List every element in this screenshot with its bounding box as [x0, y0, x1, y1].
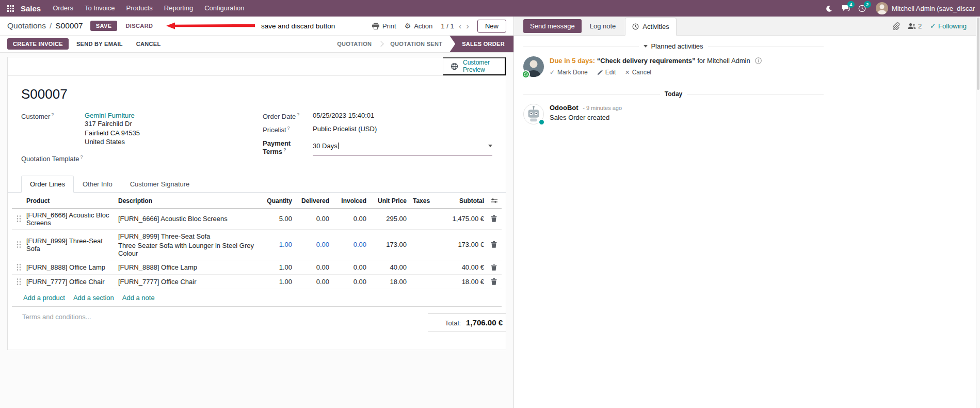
- add-section-link[interactable]: Add a section: [73, 294, 114, 302]
- activity-summary-line: Due in 5 days: “Check delivery requireme…: [550, 56, 762, 66]
- dropdown-caret-icon[interactable]: [488, 145, 492, 147]
- tab-customer-signature[interactable]: Customer Signature: [121, 176, 199, 193]
- cell-description[interactable]: [FURN_7777] Office Chair: [117, 278, 261, 286]
- scrollbar-thumb[interactable]: [977, 18, 979, 90]
- cell-description[interactable]: [FURN_8888] Office Lamp: [117, 263, 261, 271]
- cell-unit-price[interactable]: 173.00: [368, 241, 409, 248]
- send-by-email-button[interactable]: SEND BY EMAIL: [71, 38, 128, 50]
- list-footer-links: Add a product Add a section Add a note: [12, 289, 502, 307]
- cell-delivered[interactable]: 0.00: [294, 278, 331, 286]
- cell-invoiced[interactable]: 0.00: [331, 263, 368, 271]
- cell-description[interactable]: [FURN_6666] Acoustic Bloc Screens: [117, 215, 261, 223]
- odoobot-avatar: [523, 104, 544, 124]
- cell-invoiced[interactable]: 0.00: [331, 278, 368, 286]
- cell-quantity[interactable]: 1.00: [261, 278, 294, 286]
- cell-unit-price[interactable]: 18.00: [368, 278, 409, 286]
- address-line-3: United States: [85, 137, 140, 147]
- activities-clock-icon[interactable]: 2: [854, 0, 871, 17]
- create-invoice-button[interactable]: CREATE INVOICE: [7, 38, 69, 50]
- col-invoiced: Invoiced: [331, 197, 368, 205]
- cell-delivered[interactable]: 0.00: [294, 263, 331, 271]
- save-button[interactable]: SAVE: [90, 21, 118, 31]
- pager-next-icon[interactable]: ›: [466, 22, 469, 30]
- chatter-thread: Planned activities: [514, 36, 824, 124]
- cell-product[interactable]: [FURN_8999] Three-Seat Sofa: [25, 237, 117, 253]
- discard-button[interactable]: DISCARD: [122, 21, 156, 31]
- attachment-button[interactable]: [892, 22, 899, 30]
- drag-handle-icon[interactable]: [12, 278, 25, 286]
- state-quotation-sent[interactable]: QUOTATION SENT: [383, 36, 449, 52]
- delete-row-icon[interactable]: [486, 241, 502, 248]
- customer-link[interactable]: Gemini Furniture: [85, 112, 135, 119]
- drag-handle-icon[interactable]: [12, 215, 25, 223]
- add-product-link[interactable]: Add a product: [23, 294, 65, 302]
- delete-row-icon[interactable]: [486, 278, 502, 285]
- apps-grid-icon[interactable]: [3, 0, 18, 17]
- moon-icon[interactable]: [821, 0, 838, 17]
- pager-value: 1 / 1: [441, 22, 454, 30]
- cell-delivered[interactable]: 0.00: [294, 241, 331, 248]
- pager-previous-icon[interactable]: ‹: [459, 22, 462, 30]
- cell-product[interactable]: [FURN_6666] Acoustic Bloc Screens: [25, 211, 117, 227]
- app-brand-sales[interactable]: Sales: [18, 4, 47, 13]
- cell-unit-price[interactable]: 40.00: [368, 263, 409, 271]
- cancel-button[interactable]: CANCEL: [131, 38, 167, 50]
- col-description: Description: [117, 197, 261, 205]
- new-button[interactable]: New: [477, 20, 506, 33]
- drag-handle-icon[interactable]: [12, 241, 25, 248]
- annotation-arrow: [166, 22, 255, 30]
- cancel-activity-button[interactable]: × Cancel: [625, 69, 651, 76]
- tab-order-lines[interactable]: Order Lines: [21, 176, 74, 193]
- followers-button[interactable]: 2: [908, 22, 922, 30]
- send-message-button[interactable]: Send message: [523, 19, 582, 33]
- activities-tab[interactable]: Activities: [625, 18, 676, 36]
- cell-delivered[interactable]: 0.00: [294, 215, 331, 223]
- user-menu[interactable]: Mitchell Admin (save_discar: [876, 2, 975, 14]
- help-marker: ?: [81, 154, 83, 160]
- activities-badge: 2: [864, 1, 871, 8]
- delete-row-icon[interactable]: [486, 215, 502, 222]
- breadcrumb-quotations[interactable]: Quotations: [7, 21, 46, 30]
- menu-orders[interactable]: Orders: [47, 0, 79, 17]
- terms-placeholder[interactable]: Terms and conditions...: [21, 313, 91, 321]
- cell-subtotal: 18.00 €: [436, 278, 486, 286]
- menu-products[interactable]: Products: [120, 0, 158, 17]
- print-button[interactable]: Print: [372, 22, 396, 30]
- cell-invoiced[interactable]: 0.00: [331, 215, 368, 223]
- mark-done-button[interactable]: ✓ Mark Done: [550, 69, 588, 76]
- state-sales-order[interactable]: SALES ORDER: [449, 36, 513, 52]
- drag-handle-icon[interactable]: [12, 263, 25, 271]
- order-date-value[interactable]: 05/25/2023 15:40:01: [313, 112, 374, 120]
- cell-quantity[interactable]: 1.00: [261, 263, 294, 271]
- quotation-template-field[interactable]: Quotation Template?: [21, 154, 263, 163]
- cell-description[interactable]: [FURN_8999] Three-Seat Sofa Three Seater…: [117, 232, 261, 257]
- cell-quantity[interactable]: 5.00: [261, 215, 294, 223]
- cell-product[interactable]: [FURN_7777] Office Chair: [25, 278, 117, 286]
- edit-activity-button[interactable]: Edit: [597, 69, 616, 76]
- optional-columns-icon[interactable]: [486, 198, 502, 203]
- customer-preview-button[interactable]: Customer Preview: [443, 57, 506, 75]
- activity-state-badge: [522, 70, 530, 79]
- cell-invoiced[interactable]: 0.00: [331, 241, 368, 248]
- menu-reporting[interactable]: Reporting: [158, 0, 199, 17]
- annotation-text: save and discard button: [261, 22, 335, 30]
- payment-terms-input[interactable]: 30 Days: [313, 139, 492, 155]
- message-content: OdooBot - 9 minutes ago Sales Order crea…: [550, 104, 622, 124]
- state-quotation[interactable]: QUOTATION: [330, 36, 379, 52]
- cancel-activity-label: Cancel: [632, 69, 651, 76]
- tab-other-info[interactable]: Other Info: [74, 176, 121, 193]
- pricelist-value[interactable]: Public Pricelist (USD): [313, 125, 377, 134]
- messages-icon[interactable]: 4: [838, 0, 854, 17]
- delete-row-icon[interactable]: [486, 264, 502, 271]
- cell-product[interactable]: [FURN_8888] Office Lamp: [25, 263, 117, 271]
- cell-quantity[interactable]: 1.00: [261, 241, 294, 248]
- cell-unit-price[interactable]: 295.00: [368, 215, 409, 223]
- following-button[interactable]: ✓ Following: [930, 22, 967, 30]
- menu-to-invoice[interactable]: To Invoice: [79, 0, 121, 17]
- form-pane: Quotations / S00007 SAVE DISCARD save an…: [0, 17, 514, 408]
- log-note-button[interactable]: Log note: [590, 22, 616, 30]
- menu-configuration[interactable]: Configuration: [199, 0, 250, 17]
- action-button[interactable]: ⚙ Action: [405, 22, 433, 30]
- add-note-link[interactable]: Add a note: [122, 294, 155, 302]
- planned-activities-toggle[interactable]: Planned activities: [644, 42, 703, 50]
